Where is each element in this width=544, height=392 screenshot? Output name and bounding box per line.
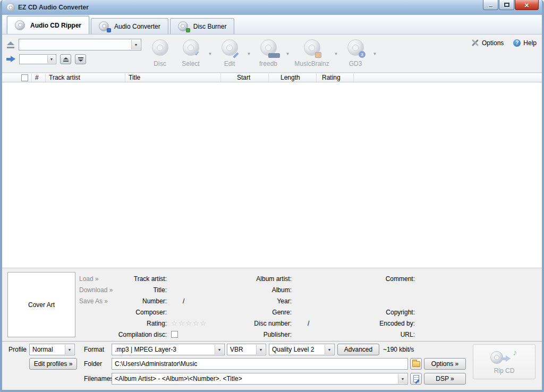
minimize-button[interactable] (483, 0, 498, 10)
publisher-field[interactable] (292, 329, 345, 340)
edit-page-icon (413, 375, 419, 382)
tab-audio-cd-ripper[interactable]: Audio CD Ripper (7, 16, 89, 34)
disc-number-separator: / (292, 318, 345, 329)
track-artist-field[interactable] (167, 274, 231, 285)
edit-button[interactable]: Edit (214, 38, 245, 70)
composer-field[interactable] (167, 307, 231, 318)
url-field[interactable] (415, 329, 538, 340)
chevron-down-icon[interactable] (65, 345, 74, 354)
genre-label: Genre: (231, 307, 292, 318)
compilation-label: Compilation disc: (114, 329, 167, 340)
close-button[interactable] (515, 0, 539, 10)
chevron-down-icon[interactable] (256, 345, 265, 354)
comment-field[interactable] (415, 274, 538, 285)
disc-icon (150, 39, 170, 58)
bitrate-info: ~190 kbit/s (383, 344, 414, 355)
drive-select[interactable] (19, 39, 141, 50)
track-table-header: # Track artist Title Start Length Rating (2, 73, 542, 82)
select-all-checkbox[interactable] (21, 74, 28, 81)
tab-audio-converter[interactable]: Audio Converter (91, 18, 168, 34)
read-speed-select[interactable] (19, 54, 56, 64)
column-length[interactable]: Length (269, 73, 317, 82)
maximize-icon (504, 3, 509, 7)
track-list (2, 82, 542, 268)
edit-dropdown[interactable] (245, 38, 253, 70)
chevron-down-icon[interactable] (47, 55, 55, 63)
close-tray-icon (78, 57, 83, 62)
gd3-icon (345, 39, 366, 58)
filenames-select[interactable]: <Album Artist> - <Album>\<Number>. <Titl… (112, 373, 408, 385)
rating-label: Rating: (114, 318, 167, 329)
help-button[interactable]: Help (513, 39, 537, 47)
select-dropdown[interactable] (206, 38, 214, 70)
download-cover-link[interactable]: Download » (79, 285, 113, 296)
chevron-down-icon[interactable] (325, 345, 334, 354)
filenames-label: Filenames (84, 373, 113, 385)
title-field[interactable] (167, 285, 231, 296)
album-field[interactable] (292, 285, 345, 296)
gd3-dropdown[interactable] (371, 38, 379, 70)
options-button[interactable]: Options (471, 39, 504, 47)
genre-field[interactable] (292, 307, 345, 318)
save-cover-link[interactable]: Save As » (79, 296, 113, 307)
profile-select[interactable]: Normal (29, 344, 75, 355)
album-artist-field[interactable] (292, 274, 345, 285)
compilation-checkbox[interactable] (171, 331, 178, 338)
eject-icon (63, 57, 69, 62)
musicbrainz-button[interactable]: MusicBrainz (292, 38, 332, 70)
chevron-down-icon[interactable] (398, 374, 407, 384)
metadata-panel: Cover Art Load » Download » Save As » Tr… (2, 268, 542, 341)
eject-tray-button[interactable] (60, 54, 71, 64)
gd3-button[interactable]: GD3 (340, 38, 371, 70)
edit-filename-button[interactable] (410, 373, 422, 385)
freedb-button[interactable]: freedb (253, 38, 284, 70)
format-select[interactable]: .mp3 | MPEG Layer-3 (112, 344, 225, 355)
edit-icon (219, 39, 240, 58)
profile-label: Profile (8, 344, 27, 355)
advanced-button[interactable]: Advanced (337, 344, 379, 355)
chevron-down-icon[interactable] (215, 345, 224, 354)
column-number[interactable]: # (32, 73, 46, 82)
year-field[interactable] (292, 296, 345, 307)
dsp-button[interactable]: DSP » (424, 373, 466, 385)
select-button[interactable]: Select (175, 38, 206, 70)
maximize-button[interactable] (499, 0, 514, 10)
year-label: Year: (231, 296, 292, 307)
copyright-field[interactable] (415, 307, 538, 318)
freedb-dropdown[interactable] (284, 38, 292, 70)
bitrate-mode-select[interactable]: VBR (227, 344, 266, 355)
minimize-icon (488, 6, 493, 7)
cover-art-label: Cover Art (28, 301, 55, 309)
musicbrainz-dropdown[interactable] (332, 38, 340, 70)
folder-input[interactable] (112, 358, 408, 370)
wrench-icon (471, 39, 479, 47)
load-cover-link[interactable]: Load » (79, 274, 113, 285)
disc-drive-icon (6, 41, 15, 48)
encoded-by-field[interactable] (415, 318, 538, 329)
output-bar: Profile Normal Edit profiles » Format .m… (2, 341, 542, 390)
audio-cd-ripper-icon (15, 20, 27, 31)
disc-button[interactable]: Disc (144, 38, 175, 70)
quality-select[interactable]: Quality Level 2 (269, 344, 335, 355)
comment-label: Comment: (345, 274, 415, 285)
format-label: Format (84, 344, 104, 355)
tab-disc-burner[interactable]: Disc Burner (170, 18, 235, 34)
audio-converter-icon (99, 21, 110, 32)
rating-stars[interactable]: ☆☆☆☆☆ (167, 318, 231, 329)
tab-bar: Audio CD Ripper Audio Converter Disc Bur… (2, 15, 542, 35)
column-start[interactable]: Start (221, 73, 269, 82)
rip-cd-button[interactable]: Rip CD (473, 344, 536, 379)
tab-label: Disc Burner (193, 23, 227, 30)
edit-profiles-button[interactable]: Edit profiles » (29, 358, 77, 370)
column-title[interactable]: Title (125, 73, 221, 82)
folder-options-button[interactable]: Options » (424, 358, 466, 370)
chevron-down-icon[interactable] (131, 40, 140, 49)
close-tray-button[interactable] (75, 54, 86, 64)
url-label: URL: (345, 329, 415, 340)
column-rating[interactable]: Rating (317, 73, 354, 82)
window-controls (482, 0, 539, 10)
cover-art-box[interactable]: Cover Art (7, 272, 75, 337)
window-title: EZ CD Audio Converter (18, 4, 89, 11)
browse-folder-button[interactable] (410, 358, 422, 370)
column-track-artist[interactable]: Track artist (46, 73, 125, 82)
